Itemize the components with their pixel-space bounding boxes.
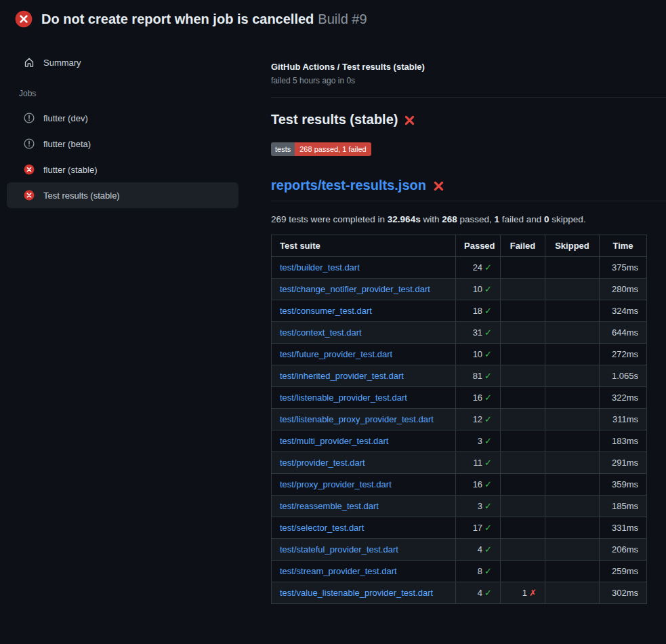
table-header-row: Test suitePassedFailedSkippedTime [272, 235, 647, 257]
failed-cell [501, 387, 545, 409]
skipped-cell [545, 517, 600, 539]
suite-cell: test/listenable_proxy_provider_test.dart [272, 409, 456, 430]
skipped-cell [545, 387, 600, 409]
neutral-status-icon [24, 138, 35, 149]
test-suite-link[interactable]: test/listenable_proxy_provider_test.dart [280, 414, 434, 424]
suite-cell: test/builder_test.dart [272, 257, 456, 279]
table-row: test/consumer_test.dart18✓324ms [272, 300, 647, 322]
time-cell: 272ms [600, 344, 647, 365]
failed-cell [501, 496, 545, 517]
skipped-cell [545, 452, 600, 474]
test-suite-link[interactable]: test/consumer_test.dart [280, 306, 372, 316]
check-icon: ✓ [484, 436, 492, 446]
passed-cell: 17✓ [456, 517, 501, 539]
sidebar: Summary Jobs flutter (dev)flutter (beta)… [0, 37, 271, 208]
cross-mark-icon [433, 178, 444, 193]
suite-cell: test/stream_provider_test.dart [272, 561, 456, 582]
suite-cell: test/future_provider_test.dart [272, 344, 456, 365]
table-row: test/stateful_provider_test.dart4✓206ms [272, 539, 647, 561]
badge-label: tests [271, 142, 295, 156]
section-title-text: Test results (stable) [271, 112, 398, 127]
skipped-cell [545, 539, 600, 561]
job-label: Test results (stable) [43, 190, 120, 201]
suite-cell: test/selector_test.dart [272, 517, 456, 539]
skipped-cell [545, 300, 600, 322]
suite-cell: test/listenable_provider_test.dart [272, 387, 456, 409]
table-row: test/multi_provider_test.dart3✓183ms [272, 430, 647, 452]
suite-cell: test/proxy_provider_test.dart [272, 474, 456, 496]
table-row: test/inherited_provider_test.dart81✓1.06… [272, 365, 647, 387]
test-suite-link[interactable]: test/change_notifier_provider_test.dart [280, 284, 430, 294]
failed-status-icon [15, 10, 33, 28]
check-icon: ✓ [484, 306, 492, 316]
passed-cell: 81✓ [456, 365, 501, 387]
test-results-table: Test suitePassedFailedSkippedTime test/b… [271, 235, 647, 604]
check-icon: ✓ [484, 523, 492, 533]
test-suite-link[interactable]: test/reassemble_test.dart [280, 501, 379, 511]
suite-cell: test/reassemble_test.dart [272, 496, 456, 517]
column-header-test-suite: Test suite [272, 235, 456, 257]
skipped-cell [545, 344, 600, 365]
report-file-heading: reports/test-results.json [271, 178, 666, 201]
passed-cell: 16✓ [456, 387, 501, 409]
test-suite-link[interactable]: test/builder_test.dart [280, 262, 360, 273]
test-suite-link[interactable]: test/inherited_provider_test.dart [280, 371, 404, 381]
skipped-cell [545, 409, 600, 430]
suite-cell: test/consumer_test.dart [272, 300, 456, 322]
sidebar-item-flutter-stable[interactable]: flutter (stable) [7, 157, 238, 182]
check-icon: ✓ [484, 393, 492, 403]
sidebar-item-test-results-stable[interactable]: Test results (stable) [7, 182, 238, 208]
run-status-text: failed 5 hours ago in 0s [271, 76, 666, 85]
test-suite-link[interactable]: test/value_listenable_provider_test.dart [280, 588, 433, 598]
check-icon: ✓ [484, 284, 492, 294]
passed-cell: 16✓ [456, 474, 501, 496]
suite-cell: test/stateful_provider_test.dart [272, 539, 456, 561]
main-layout: Summary Jobs flutter (dev)flutter (beta)… [0, 37, 666, 604]
check-icon: ✓ [484, 479, 492, 489]
summary-text: failed and [499, 214, 544, 224]
table-row: test/value_listenable_provider_test.dart… [272, 582, 647, 604]
table-row: test/listenable_proxy_provider_test.dart… [272, 409, 647, 430]
test-suite-link[interactable]: test/future_provider_test.dart [280, 349, 392, 359]
passed-cell: 24✓ [456, 257, 501, 279]
test-suite-link[interactable]: test/provider_test.dart [280, 458, 365, 468]
build-number: Build #9 [318, 12, 367, 26]
failed-cell [501, 322, 545, 344]
check-icon: ✓ [484, 458, 492, 468]
failed-cell [501, 279, 545, 300]
report-file-link[interactable]: reports/test-results.json [271, 178, 426, 193]
test-suite-link[interactable]: test/stateful_provider_test.dart [280, 544, 398, 555]
sidebar-item-flutter-dev[interactable]: flutter (dev) [7, 105, 238, 131]
failed-cell: 1✗ [501, 582, 545, 604]
cross-icon: ✗ [529, 588, 537, 598]
passed-cell: 3✓ [456, 496, 501, 517]
summary-failed-count: 1 [495, 214, 500, 224]
time-cell: 359ms [600, 474, 647, 496]
suite-cell: test/context_test.dart [272, 322, 456, 344]
job-label: flutter (stable) [43, 165, 97, 175]
passed-cell: 4✓ [456, 539, 501, 561]
divider [271, 97, 666, 98]
test-suite-link[interactable]: test/proxy_provider_test.dart [280, 479, 392, 489]
check-icon: ✓ [484, 544, 492, 555]
passed-cell: 18✓ [456, 300, 501, 322]
sidebar-item-flutter-beta[interactable]: flutter (beta) [7, 131, 238, 157]
table-row: test/proxy_provider_test.dart16✓359ms [272, 474, 647, 496]
sidebar-item-summary[interactable]: Summary [7, 51, 238, 74]
jobs-list: flutter (dev)flutter (beta)flutter (stab… [7, 105, 271, 208]
failed-cell [501, 517, 545, 539]
test-suite-link[interactable]: test/selector_test.dart [280, 523, 364, 533]
test-suite-link[interactable]: test/stream_provider_test.dart [280, 566, 397, 576]
main-content: GitHub Actions / Test results (stable) f… [271, 37, 666, 604]
check-icon: ✓ [484, 371, 492, 381]
passed-cell: 31✓ [456, 322, 501, 344]
suite-cell: test/multi_provider_test.dart [272, 430, 456, 452]
passed-cell: 3✓ [456, 430, 501, 452]
table-row: test/builder_test.dart24✓375ms [272, 257, 647, 279]
skipped-cell [545, 279, 600, 300]
test-suite-link[interactable]: test/context_test.dart [280, 327, 362, 338]
summary-passed-count: 268 [442, 214, 457, 224]
suite-cell: test/inherited_provider_test.dart [272, 365, 456, 387]
test-suite-link[interactable]: test/multi_provider_test.dart [280, 436, 388, 446]
test-suite-link[interactable]: test/listenable_provider_test.dart [280, 393, 407, 403]
